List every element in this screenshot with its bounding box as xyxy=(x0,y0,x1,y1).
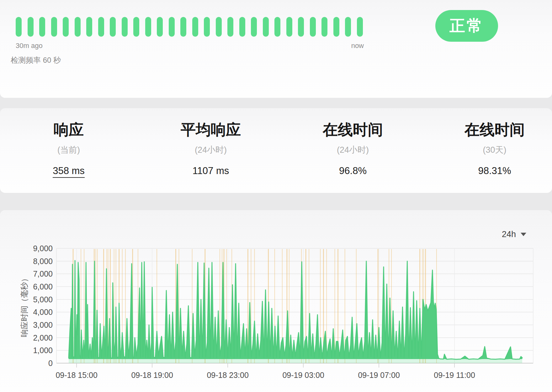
y-tick-label: 9,000 xyxy=(33,244,53,253)
heartbeat-beat-up[interactable] xyxy=(169,17,175,37)
stat-value: 1107 ms xyxy=(142,165,280,177)
stat-response-current: 响应 (当前) 358 ms xyxy=(0,108,138,177)
stat-subtitle: (当前) xyxy=(0,144,138,156)
y-tick-label: 3,000 xyxy=(33,320,53,329)
heartbeat-beat-up[interactable] xyxy=(51,17,57,37)
heartbeat-beat-up[interactable] xyxy=(345,17,351,37)
y-tick-label: 2,000 xyxy=(33,333,53,342)
y-tick-label: 0 xyxy=(48,359,53,368)
heartbeat-beat-up[interactable] xyxy=(122,17,128,37)
y-tick-label: 5,000 xyxy=(33,295,53,304)
heartbeat-beat-up[interactable] xyxy=(274,17,280,37)
y-tick-label: 4,000 xyxy=(33,308,53,316)
heartbeat-beat-up[interactable] xyxy=(157,17,163,37)
heartbeat-beat-up[interactable] xyxy=(227,17,233,37)
heartbeat-beat-up[interactable] xyxy=(239,17,245,37)
stat-value: 96.8% xyxy=(284,165,422,177)
heartbeat-beat-up[interactable] xyxy=(357,17,363,37)
heartbeat-beat-up[interactable] xyxy=(145,17,151,37)
heartbeat-beat-up[interactable] xyxy=(110,17,116,37)
heartbeat-beat-up[interactable] xyxy=(86,17,92,37)
heartbeat-beat-up[interactable] xyxy=(16,17,22,37)
y-tick-label: 6,000 xyxy=(33,282,53,291)
range-start-label: 30m ago xyxy=(16,42,43,50)
heartbeat-beat-up[interactable] xyxy=(310,17,316,37)
stat-value: 358 ms xyxy=(0,165,138,177)
stat-subtitle: (30天) xyxy=(426,144,552,156)
heartbeat-beat-up[interactable] xyxy=(98,17,104,37)
stats-card: 响应 (当前) 358 ms 平均响应 (24小时) 1107 ms 在线时间 … xyxy=(0,108,552,193)
x-tick-label: 09-19 11:00 xyxy=(434,371,475,379)
check-frequency-label: 检测频率 60 秒 xyxy=(11,55,61,65)
status-badge: 正常 xyxy=(435,10,498,42)
heartbeat-bar[interactable] xyxy=(16,17,363,37)
heartbeat-range-labels: 30m ago now xyxy=(16,42,364,50)
heartbeat-beat-up[interactable] xyxy=(251,17,257,37)
y-tick-label: 1,000 xyxy=(33,346,53,355)
x-tick-label: 09-18 19:00 xyxy=(131,371,173,379)
stat-title: 响应 xyxy=(0,122,138,137)
heartbeat-beat-up[interactable] xyxy=(321,17,327,37)
heartbeat-beat-up[interactable] xyxy=(28,17,34,37)
status-page: 30m ago now 检测频率 60 秒 正常 响应 (当前) 358 ms … xyxy=(0,0,552,392)
stat-value: 98.31% xyxy=(426,165,552,177)
response-series xyxy=(69,261,522,359)
stat-title: 在线时间 xyxy=(284,122,422,137)
stat-response-avg: 平均响应 (24小时) 1107 ms xyxy=(142,108,280,177)
x-tick-label: 09-19 03:00 xyxy=(282,371,324,379)
stat-subtitle: (24小时) xyxy=(142,144,280,156)
heartbeat-beat-up[interactable] xyxy=(75,17,81,37)
response-line xyxy=(69,261,522,359)
range-end-label: now xyxy=(351,42,364,50)
heartbeat-beat-up[interactable] xyxy=(298,17,304,37)
stat-title: 在线时间 xyxy=(426,122,552,137)
x-tick-label: 09-18 23:00 xyxy=(207,371,248,379)
heartbeat-beat-up[interactable] xyxy=(216,17,222,37)
response-time-chart: 01,0002,0003,0004,0005,0006,0007,0008,00… xyxy=(0,210,552,392)
heartbeat-beat-up[interactable] xyxy=(333,17,339,37)
stat-uptime-30d: 在线时间 (30天) 98.31% xyxy=(426,108,552,177)
heartbeat-beat-up[interactable] xyxy=(63,17,69,37)
x-tick-label: 09-18 15:00 xyxy=(56,371,97,379)
y-tick-label: 7,000 xyxy=(33,269,53,278)
y-tick-label: 8,000 xyxy=(33,257,53,266)
heartbeat-beat-up[interactable] xyxy=(204,17,210,37)
stat-subtitle: (24小时) xyxy=(284,144,422,156)
heartbeat-beat-up[interactable] xyxy=(180,17,186,37)
stat-title: 平均响应 xyxy=(142,122,280,137)
heartbeat-beat-up[interactable] xyxy=(133,17,139,37)
heartbeat-card: 30m ago now 检测频率 60 秒 正常 xyxy=(0,0,552,98)
y-axis-title: 响应时间（毫秒） xyxy=(20,274,29,337)
heartbeat-beat-up[interactable] xyxy=(286,17,292,37)
x-tick-label: 09-19 07:00 xyxy=(358,371,400,379)
chart-card: 24h 01,0002,0003,0004,0005,0006,0007,000… xyxy=(0,210,552,392)
stat-uptime-24h: 在线时间 (24小时) 96.8% xyxy=(284,108,422,177)
heartbeat-beat-up[interactable] xyxy=(192,17,198,37)
heartbeat-beat-up[interactable] xyxy=(263,17,269,37)
heartbeat-beat-up[interactable] xyxy=(39,17,45,37)
